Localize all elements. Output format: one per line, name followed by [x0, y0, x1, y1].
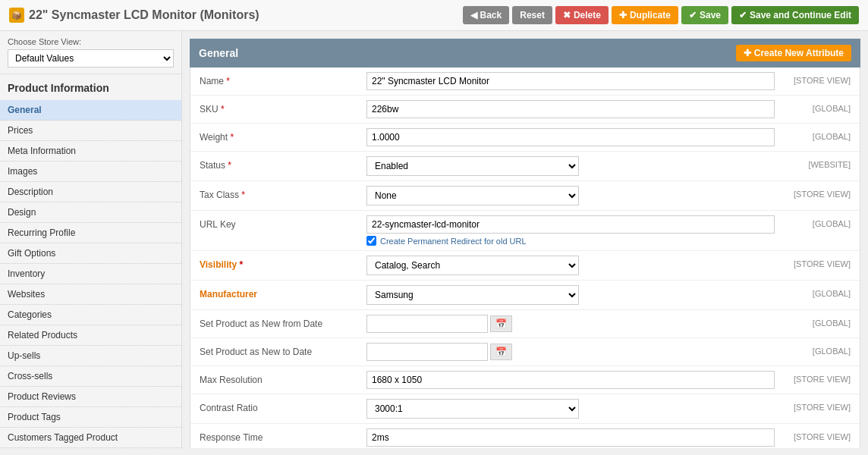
form-control-12 — [366, 428, 775, 447]
form-table: Name *[STORE VIEW]SKU *[GLOBAL]Weight *[… — [190, 67, 860, 448]
sidebar-item-websites[interactable]: Websites — [0, 284, 181, 305]
form-label-0: Name * — [200, 72, 366, 90]
sidebar-item-product-reviews[interactable]: Product Reviews — [0, 387, 181, 407]
date-input-9[interactable] — [366, 343, 488, 361]
toolbar: ◀ Back Reset ✖ Delete ✚ Duplicate ✔ Save… — [463, 6, 859, 24]
back-button[interactable]: ◀ Back — [463, 6, 510, 24]
form-control-10 — [366, 371, 775, 389]
product-icon: 📦 — [9, 8, 24, 23]
form-scope-4: [STORE VIEW] — [775, 186, 851, 199]
page-title-text: 22" Syncmaster LCD Monitor (Monitors) — [29, 8, 259, 22]
duplicate-button[interactable]: ✚ Duplicate — [612, 6, 678, 24]
section-title: General — [199, 47, 238, 59]
select-visibility[interactable]: Catalog, SearchCatalogSearchNot Visible … — [366, 256, 579, 275]
form-scope-11: [STORE VIEW] — [775, 399, 851, 412]
create-attribute-button[interactable]: ✚ Create New Attribute — [736, 45, 851, 61]
date-input-8[interactable] — [366, 315, 488, 333]
duplicate-icon: ✚ — [619, 10, 627, 20]
form-scope-7: [GLOBAL] — [775, 285, 851, 298]
select-status[interactable]: EnabledDisabled — [366, 156, 579, 176]
sidebar: Choose Store View: Default Values Produc… — [0, 31, 182, 448]
sidebar-item-images[interactable]: Images — [0, 162, 181, 182]
form-row-9: Set Product as New to Date📅[GLOBAL] — [190, 338, 860, 366]
form-row-1: SKU *[GLOBAL] — [190, 96, 860, 124]
sidebar-item-cross-sells[interactable]: Cross-sells — [0, 366, 181, 387]
page-title: 📦 22" Syncmaster LCD Monitor (Monitors) — [9, 8, 259, 23]
form-scope-9: [GLOBAL] — [775, 343, 851, 356]
store-view-label: Choose Store View: — [8, 37, 174, 46]
form-row-12: Response Time[STORE VIEW] — [190, 424, 860, 448]
form-label-12: Response Time — [200, 428, 366, 447]
content: General ✚ Create New Attribute Name *[ST… — [182, 31, 868, 448]
select-manufacturer[interactable]: Samsung — [366, 285, 579, 305]
form-label-3: Status * — [200, 156, 366, 174]
select-tax-class[interactable]: NoneTaxable Goods — [366, 186, 579, 206]
input-name[interactable] — [366, 72, 775, 90]
form-row-8: Set Product as New from Date📅[GLOBAL] — [190, 310, 860, 338]
sidebar-item-inventory[interactable]: Inventory — [0, 264, 181, 284]
form-control-6: Catalog, SearchCatalogSearchNot Visible … — [366, 256, 775, 275]
form-row-7: ManufacturerSamsung[GLOBAL] — [190, 281, 860, 310]
save-continue-icon: ✔ — [739, 10, 747, 20]
form-scope-6: [STORE VIEW] — [775, 256, 851, 268]
form-row-5: URL KeyCreate Permanent Redirect for old… — [190, 211, 860, 251]
form-control-2 — [366, 128, 775, 146]
form-row-2: Weight *[GLOBAL] — [190, 124, 860, 152]
calendar-button-8[interactable]: 📅 — [490, 315, 512, 332]
form-label-7: Manufacturer — [200, 285, 366, 303]
date-input-wrap: 📅 — [366, 315, 775, 333]
form-scope-5: [GLOBAL] — [775, 215, 851, 228]
sidebar-item-general[interactable]: General — [0, 100, 181, 121]
sidebar-item-up-sells[interactable]: Up-sells — [0, 346, 181, 366]
back-icon: ◀ — [470, 10, 477, 20]
store-view-select[interactable]: Default Values — [8, 49, 174, 67]
reset-button[interactable]: Reset — [512, 6, 552, 24]
sidebar-heading: Product Information — [0, 74, 181, 100]
section-header: General ✚ Create New Attribute — [190, 39, 860, 67]
save-continue-button[interactable]: ✔ Save and Continue Edit — [731, 6, 859, 24]
save-icon: ✔ — [689, 10, 697, 20]
form-row-11: Contrast Ratio3000:1[STORE VIEW] — [190, 394, 860, 424]
form-row-4: Tax Class *NoneTaxable Goods[STORE VIEW] — [190, 181, 860, 211]
input-sku[interactable] — [366, 100, 775, 118]
sidebar-item-customers-tagged-product[interactable]: Customers Tagged Product — [0, 428, 181, 448]
sidebar-item-gift-options[interactable]: Gift Options — [0, 243, 181, 264]
sidebar-item-categories[interactable]: Categories — [0, 305, 181, 325]
sidebar-items: GeneralPricesMeta InformationImagesDescr… — [0, 100, 181, 448]
store-view-section: Choose Store View: Default Values — [0, 31, 181, 74]
form-scope-8: [GLOBAL] — [775, 315, 851, 328]
main-layout: Choose Store View: Default Values Produc… — [0, 31, 868, 448]
sidebar-item-design[interactable]: Design — [0, 202, 181, 223]
sidebar-item-recurring-profile[interactable]: Recurring Profile — [0, 223, 181, 243]
input-weight[interactable] — [366, 128, 775, 146]
input-response-time[interactable] — [366, 428, 775, 447]
save-button[interactable]: ✔ Save — [681, 6, 728, 24]
sidebar-item-related-products[interactable]: Related Products — [0, 325, 181, 346]
form-label-6: Visibility * — [200, 256, 366, 274]
input-url-key[interactable] — [366, 215, 775, 234]
form-scope-3: [WEBSITE] — [775, 156, 851, 169]
form-label-9: Set Product as New to Date — [200, 343, 366, 361]
delete-button[interactable]: ✖ Delete — [555, 6, 609, 24]
form-label-5: URL Key — [200, 215, 366, 234]
calendar-button-9[interactable]: 📅 — [490, 344, 512, 360]
sidebar-item-prices[interactable]: Prices — [0, 121, 181, 141]
sidebar-item-description[interactable]: Description — [0, 182, 181, 202]
delete-icon: ✖ — [563, 10, 571, 20]
form-row-0: Name *[STORE VIEW] — [190, 67, 860, 96]
checkbox-label: Create Permanent Redirect for old URL — [380, 237, 527, 246]
input-max-resolution[interactable] — [366, 371, 775, 389]
sidebar-item-product-tags[interactable]: Product Tags — [0, 407, 181, 428]
form-row-10: Max Resolution[STORE VIEW] — [190, 366, 860, 394]
checkbox-permanent-redirect[interactable] — [366, 236, 376, 246]
create-attr-icon: ✚ — [744, 48, 751, 58]
form-label-10: Max Resolution — [200, 371, 366, 389]
select-contrast-ratio[interactable]: 3000:1 — [366, 399, 579, 419]
form-scope-0: [STORE VIEW] — [775, 72, 851, 85]
form-label-1: SKU * — [200, 100, 366, 118]
form-label-4: Tax Class * — [200, 186, 366, 204]
sidebar-item-meta-information[interactable]: Meta Information — [0, 141, 181, 162]
date-input-wrap: 📅 — [366, 343, 775, 361]
form-label-2: Weight * — [200, 128, 366, 146]
form-scope-12: [STORE VIEW] — [775, 428, 851, 441]
